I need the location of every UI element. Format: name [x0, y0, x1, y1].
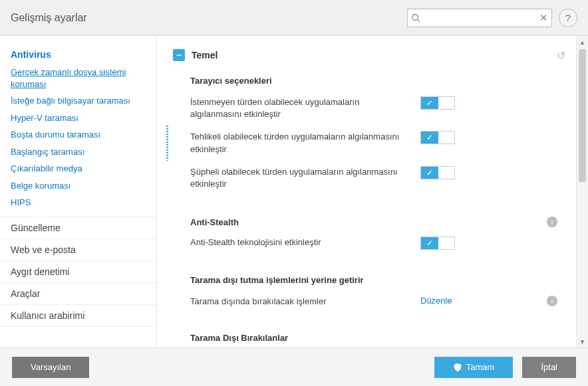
- edit-link[interactable]: Düzenle: [420, 296, 452, 306]
- check-icon: ✓: [426, 133, 433, 142]
- sidebar-item-realtime[interactable]: Gerçek zamanlı dosya sistemi koruması: [0, 64, 156, 92]
- sidebar-cat-ui[interactable]: Kullanıcı arabirimi: [0, 305, 156, 327]
- row-label: Tehlikeli olabilecek türden uygulamaları…: [190, 131, 410, 155]
- group-exclusions: Tarama Dışı Bırakılanlar: [166, 325, 572, 347]
- page-title: Gelişmiş ayarlar: [11, 12, 87, 24]
- sidebar: Antivirus Gerçek zamanlı dosya sistemi k…: [0, 36, 157, 347]
- ok-button[interactable]: Tamam: [434, 357, 514, 378]
- reset-icon[interactable]: ↺: [557, 49, 565, 62]
- toggle-suspicious[interactable]: ✓: [420, 166, 455, 179]
- sidebar-cat-device[interactable]: Aygıt denetimi: [0, 261, 156, 283]
- row-antistealth-enable: Anti-Stealth teknolojisini etkinleştir ✓: [166, 231, 572, 255]
- toggle-antistealth[interactable]: ✓: [420, 237, 455, 250]
- group-antistealth: Anti-Stealth: [190, 217, 547, 227]
- row-suspicious-apps: Şüpheli olabilecek türden uygulamaların …: [166, 161, 572, 195]
- info-icon[interactable]: i: [547, 217, 557, 227]
- toggle-unsafe[interactable]: ✓: [420, 131, 455, 144]
- row-label: Anti-Stealth teknolojisini etkinleştir: [190, 237, 410, 248]
- check-icon: ✓: [426, 168, 433, 177]
- check-icon: ✓: [426, 98, 433, 108]
- section-title: Temel: [192, 50, 218, 60]
- group-exclusion-processes: Tarama dışı tutma işlemlerini yerine get…: [166, 267, 572, 290]
- row-excluded-processes: Tarama dışında bırakılacak işlemler Düze…: [166, 290, 572, 313]
- collapse-icon[interactable]: −: [173, 49, 185, 61]
- scroll-down-icon[interactable]: ▼: [577, 336, 588, 347]
- ok-label: Tamam: [466, 362, 495, 372]
- row-unwanted-apps: İstenmeyen türden olabilecek uygulamalar…: [166, 91, 572, 126]
- scroll-up-icon[interactable]: ▲: [577, 36, 588, 48]
- search-box[interactable]: ✕: [407, 9, 552, 27]
- search-input[interactable]: [424, 9, 535, 27]
- row-label: Şüpheli olabilecek türden uygulamaların …: [190, 166, 410, 190]
- group-scanner-options: Tarayıcı seçenekleri: [166, 68, 572, 91]
- sidebar-item-hyperv[interactable]: Hyper-V taraması: [0, 110, 156, 127]
- sidebar-cat-tools[interactable]: Araçlar: [0, 283, 156, 305]
- check-icon: ✓: [426, 239, 433, 248]
- default-button[interactable]: Varsayılan: [12, 357, 89, 378]
- toggle-unwanted[interactable]: ✓: [420, 96, 455, 110]
- cancel-button[interactable]: İptal: [522, 357, 576, 378]
- sidebar-cat-update[interactable]: Güncelleme: [0, 217, 156, 239]
- sidebar-item-idle[interactable]: Boşta durumu taraması: [0, 126, 156, 144]
- scrollbar[interactable]: ▲ ▼: [576, 36, 588, 347]
- sidebar-item-removable[interactable]: Çıkarılabilir medya: [0, 160, 156, 177]
- search-icon: [408, 13, 424, 23]
- sidebar-cat-web[interactable]: Web ve e-posta: [0, 239, 156, 261]
- help-button[interactable]: ?: [559, 9, 577, 27]
- content-panel: − Temel ↺ Tarayıcı seçenekleri İstenmeye…: [157, 36, 576, 347]
- sidebar-item-doc[interactable]: Belge koruması: [0, 177, 156, 195]
- row-unsafe-apps: Tehlikeli olabilecek türden uygulamaları…: [166, 126, 572, 160]
- svg-line-1: [418, 19, 420, 22]
- svg-point-0: [412, 14, 418, 20]
- sidebar-item-hips[interactable]: HIPS: [0, 194, 156, 211]
- row-label: Tarama dışında bırakılacak işlemler: [190, 296, 410, 308]
- scroll-thumb[interactable]: [579, 49, 586, 182]
- info-icon[interactable]: i: [547, 296, 557, 306]
- row-label: İstenmeyen türden olabilecek uygulamalar…: [190, 96, 410, 120]
- sidebar-item-startup[interactable]: Başlangıç taraması: [0, 144, 156, 161]
- clear-icon[interactable]: ✕: [535, 12, 551, 24]
- sidebar-item-ondemand[interactable]: İsteğe bağlı bilgisayar taraması: [0, 92, 156, 110]
- shield-icon: [453, 363, 462, 372]
- sidebar-cat-antivirus[interactable]: Antivirus: [0, 44, 156, 64]
